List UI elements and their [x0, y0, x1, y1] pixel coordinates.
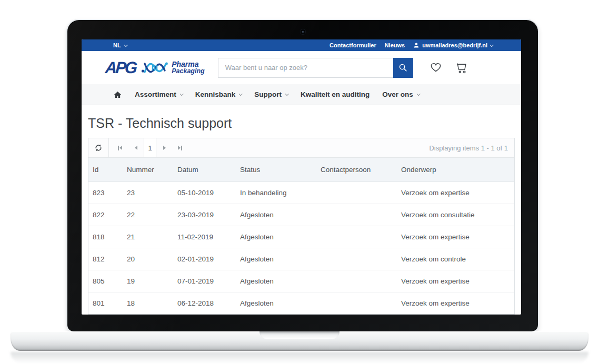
nav-item-label: Over ons: [382, 90, 413, 98]
cell-id: 822: [88, 204, 123, 226]
next-page-icon: [163, 146, 166, 150]
cell-onderwerp: Verzoek om expertise: [397, 226, 514, 248]
logo[interactable]: APG Pharma Packaging: [105, 59, 205, 76]
nav-item-kennisbank[interactable]: Kennisbank: [195, 90, 242, 98]
cell-datum: 06-12-2018: [173, 292, 236, 314]
col-header-datum[interactable]: Datum: [173, 158, 236, 181]
first-page-icon: [118, 146, 119, 150]
cell-onderwerp: Verzoek om expertise: [397, 270, 514, 292]
wishlist-button[interactable]: [429, 62, 443, 74]
first-page-icon: [119, 146, 122, 150]
last-page-button[interactable]: [172, 138, 188, 157]
refresh-button[interactable]: [88, 138, 109, 157]
cell-datum: 02-01-2019: [173, 248, 236, 270]
topbar-link-contactformulier[interactable]: Contactformulier: [330, 42, 376, 48]
col-header-id[interactable]: Id: [88, 158, 123, 181]
first-page-button[interactable]: [112, 138, 128, 157]
cell-onderwerp: Verzoek om consultatie: [397, 204, 514, 226]
cell-nummer: 18: [123, 292, 173, 314]
person-icon: [413, 42, 420, 48]
table-header-row: Id Nummer Datum Status Contactpersoon On…: [88, 158, 514, 181]
search-bar: [218, 58, 413, 78]
grid-toolbar: 1 Displaying items 1 - 1 of 1: [88, 138, 514, 158]
tsr-table: Id Nummer Datum Status Contactpersoon On…: [88, 158, 514, 314]
last-page-icon: [181, 146, 182, 150]
laptop-frame: NL ContactformulierNieuws uwmailadres@be…: [67, 20, 538, 331]
table-row[interactable]: 8232305-10-2019In behandelingVerzoek om …: [88, 181, 514, 204]
topbar-link-nieuws[interactable]: Nieuws: [385, 42, 405, 48]
cell-nummer: 21: [123, 226, 173, 248]
page-content: TSR - Technisch support: [82, 116, 521, 315]
cell-datum: 11-02-2019: [173, 226, 236, 248]
prev-page-icon: [135, 146, 137, 150]
nav-item-kwaliteit-en-auditing[interactable]: Kwaliteit en auditing: [301, 90, 370, 98]
nav-item-label: Kwaliteit en auditing: [301, 90, 370, 98]
webcam-icon: [301, 29, 305, 34]
cell-contactpersoon: [316, 204, 397, 226]
nav-item-label: Kennisbank: [195, 90, 236, 98]
nav-items: AssortimentKennisbankSupportKwaliteit en…: [135, 90, 420, 98]
language-selector[interactable]: NL: [113, 42, 127, 48]
next-page-button[interactable]: [156, 138, 172, 157]
cell-status: Afgesloten: [236, 270, 316, 292]
table-row[interactable]: 8051907-01-2019AfgeslotenVerzoek om expe…: [88, 270, 514, 292]
dna-helix-icon: [141, 60, 168, 76]
magnifier-icon: [398, 63, 407, 72]
nav-home[interactable]: [113, 90, 122, 99]
logo-tagline: Pharma Packaging: [172, 60, 205, 75]
laptop-reflection: [11, 352, 588, 363]
cell-nummer: 19: [123, 270, 173, 292]
topbar-links: ContactformulierNieuws: [330, 42, 405, 48]
pager-status: Displaying items 1 - 1 of 1: [429, 144, 508, 152]
logo-brand-text: APG: [105, 59, 136, 76]
cell-contactpersoon: [316, 248, 397, 270]
nav-item-label: Assortiment: [135, 90, 176, 98]
home-icon: [113, 90, 122, 99]
col-header-status[interactable]: Status: [236, 158, 316, 181]
search-button[interactable]: [393, 58, 413, 78]
nav-item-over-ons[interactable]: Over ons: [382, 90, 420, 98]
table-row[interactable]: 8222223-03-2019AfgeslotenVerzoek om cons…: [88, 204, 514, 226]
prev-page-button[interactable]: [128, 138, 144, 157]
nav-item-assortiment[interactable]: Assortiment: [135, 90, 183, 98]
cell-datum: 05-10-2019: [173, 181, 236, 204]
search-input[interactable]: [218, 58, 393, 78]
cell-status: In behandeling: [236, 181, 316, 204]
heart-icon: [429, 62, 443, 74]
cell-contactpersoon: [316, 181, 397, 204]
nav-item-support[interactable]: Support: [254, 90, 288, 98]
chevron-down-icon: [124, 43, 127, 47]
user-menu[interactable]: uwmailadres@bedrijf.nl: [413, 42, 493, 48]
user-email: uwmailadres@bedrijf.nl: [422, 42, 487, 48]
current-page-button[interactable]: 1: [144, 138, 156, 157]
tsr-grid: 1 Displaying items 1 - 1 of 1: [88, 138, 515, 315]
col-header-onderwerp[interactable]: Onderwerp: [397, 158, 514, 181]
cell-id: 801: [88, 292, 123, 314]
chevron-down-icon: [417, 92, 421, 96]
shopping-cart-icon: [454, 61, 468, 74]
col-header-nummer[interactable]: Nummer: [123, 158, 173, 181]
cell-onderwerp: Verzoek om expertise: [397, 292, 514, 314]
refresh-icon: [94, 144, 103, 152]
table-row[interactable]: 8182111-02-2019AfgeslotenVerzoek om expe…: [88, 226, 514, 248]
laptop-base-notch: [259, 331, 340, 339]
laptop-base: [11, 331, 588, 351]
logo-tagline-line2: Packaging: [172, 68, 205, 75]
page: NL ContactformulierNieuws uwmailadres@be…: [0, 0, 599, 364]
cart-button[interactable]: [454, 61, 468, 74]
cell-id: 818: [88, 226, 123, 248]
main-nav: AssortimentKennisbankSupportKwaliteit en…: [82, 84, 521, 105]
cell-id: 805: [88, 270, 123, 292]
laptop-screen: NL ContactformulierNieuws uwmailadres@be…: [82, 39, 521, 315]
table-row[interactable]: 8011806-12-2018AfgeslotenVerzoek om expe…: [88, 292, 514, 314]
col-header-contactpersoon[interactable]: Contactpersoon: [316, 158, 397, 181]
cell-status: Afgesloten: [236, 204, 316, 226]
topbar-right: ContactformulierNieuws uwmailadres@bedri…: [330, 42, 493, 48]
cell-datum: 07-01-2019: [173, 270, 236, 292]
cell-onderwerp: Verzoek om expertise: [397, 181, 514, 204]
cell-status: Afgesloten: [236, 226, 316, 248]
table-row[interactable]: 8122002-01-2019AfgeslotenVerzoek om cont…: [88, 248, 514, 270]
cell-contactpersoon: [316, 226, 397, 248]
cell-status: Afgesloten: [236, 292, 316, 314]
chevron-down-icon: [490, 43, 494, 47]
